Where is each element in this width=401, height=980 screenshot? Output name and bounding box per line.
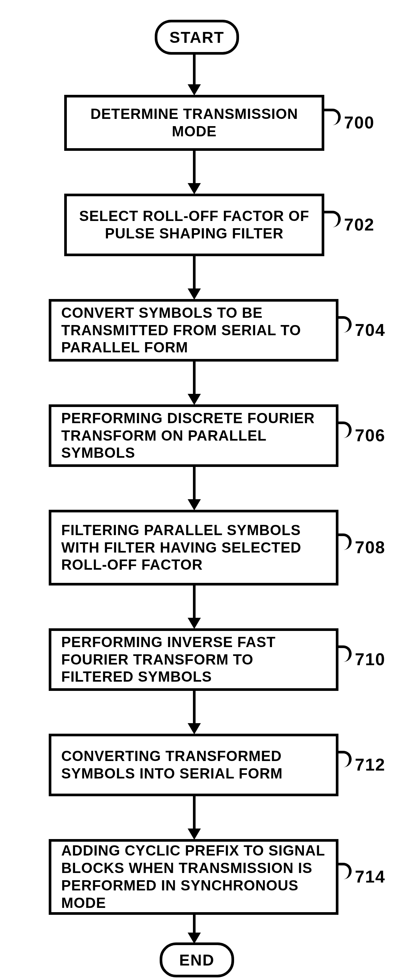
ref-connector: [339, 646, 352, 662]
ref-connector: [339, 422, 352, 438]
arrow: [193, 52, 196, 85]
arrow-head-icon: [188, 723, 201, 734]
arrow-head-icon: [188, 84, 201, 95]
arrow: [193, 361, 196, 395]
arrow-head-icon: [188, 288, 201, 300]
arrow-head-icon: [188, 829, 201, 840]
step-710: PERFORMING INVERSE FAST FOURIER TRANSFOR…: [49, 628, 339, 691]
step-text: ADDING CYCLIC PREFIX TO SIGNAL BLOCKS WH…: [61, 842, 326, 912]
step-ref: 712: [355, 755, 385, 775]
step-text: DETERMINE TRANSMISSION MODE: [77, 105, 312, 140]
arrow-head-icon: [188, 183, 201, 194]
arrow-head-icon: [188, 618, 201, 629]
arrow: [193, 256, 196, 289]
ref-connector: [324, 109, 341, 125]
step-704: CONVERT SYMBOLS TO BE TRANSMITTED FROM S…: [49, 299, 339, 361]
arrow-head-icon: [188, 932, 201, 944]
ref-connector: [324, 211, 341, 227]
step-700: DETERMINE TRANSMISSION MODE: [64, 95, 324, 151]
arrow: [193, 691, 196, 724]
ref-connector: [339, 751, 352, 767]
step-ref: 714: [355, 867, 385, 886]
step-text: PERFORMING INVERSE FAST FOURIER TRANSFOR…: [61, 633, 326, 686]
step-text: FILTERING PARALLEL SYMBOLS WITH FILTER H…: [61, 522, 326, 574]
step-ref: 700: [344, 113, 375, 132]
end-terminal: END: [160, 942, 234, 977]
step-708: FILTERING PARALLEL SYMBOLS WITH FILTER H…: [49, 510, 339, 585]
step-712: CONVERTING TRANSFORMED SYMBOLS INTO SERI…: [49, 734, 339, 796]
start-terminal: START: [155, 20, 239, 55]
step-702: SELECT ROLL-OFF FACTOR OF PULSE SHAPING …: [64, 194, 324, 256]
step-ref: 702: [344, 215, 375, 234]
step-text: SELECT ROLL-OFF FACTOR OF PULSE SHAPING …: [77, 207, 312, 242]
step-ref: 704: [355, 320, 385, 340]
ref-connector: [339, 533, 352, 550]
arrow: [193, 915, 196, 933]
arrow: [193, 796, 196, 829]
step-706: PERFORMING DISCRETE FOURIER TRANSFORM ON…: [49, 404, 339, 467]
flowchart: START DETERMINE TRANSMISSION MODE 700 SE…: [0, 0, 401, 980]
ref-connector: [339, 863, 352, 879]
start-label: START: [170, 28, 224, 46]
step-text: CONVERT SYMBOLS TO BE TRANSMITTED FROM S…: [61, 304, 326, 356]
step-text: CONVERTING TRANSFORMED SYMBOLS INTO SERI…: [61, 748, 326, 783]
step-ref: 706: [355, 425, 385, 445]
ref-connector: [339, 316, 352, 332]
step-text: PERFORMING DISCRETE FOURIER TRANSFORM ON…: [61, 410, 326, 462]
step-ref: 708: [355, 538, 385, 557]
step-ref: 710: [355, 649, 385, 669]
end-label: END: [179, 951, 214, 969]
arrow-head-icon: [188, 394, 201, 405]
arrow: [193, 151, 196, 184]
step-714: ADDING CYCLIC PREFIX TO SIGNAL BLOCKS WH…: [49, 839, 339, 915]
arrow-head-icon: [188, 499, 201, 511]
arrow: [193, 585, 196, 619]
arrow: [193, 467, 196, 500]
